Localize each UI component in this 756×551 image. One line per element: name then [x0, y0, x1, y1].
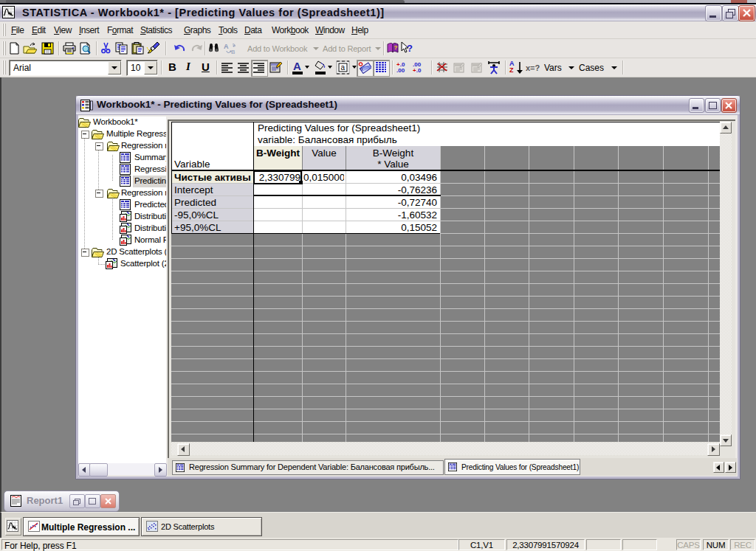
svg-text:?: ?	[394, 44, 398, 51]
svg-text:A: A	[224, 43, 229, 50]
svg-text:?: ?	[407, 43, 413, 54]
svg-text:a: a	[341, 63, 346, 72]
svg-text:B: B	[231, 49, 235, 55]
